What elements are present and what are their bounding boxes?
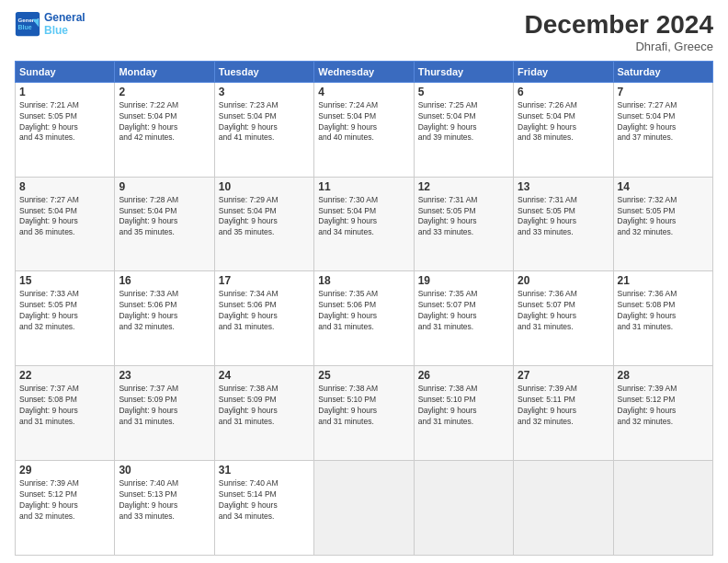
- day-number: 31: [219, 464, 310, 477]
- day-number: 2: [119, 86, 210, 98]
- logo: General Blue General Blue: [15, 11, 85, 37]
- table-cell: 3 Sunrise: 7:23 AM Sunset: 5:04 PM Dayli…: [214, 82, 313, 177]
- day-info: Sunrise: 7:26 AM Sunset: 5:04 PM Dayligh…: [518, 100, 609, 144]
- day-number: 9: [119, 180, 210, 193]
- table-cell: 30 Sunrise: 7:40 AM Sunset: 5:13 PM Dayl…: [115, 461, 214, 556]
- table-cell: 9 Sunrise: 7:28 AM Sunset: 5:04 PM Dayli…: [115, 177, 214, 271]
- day-info: Sunrise: 7:38 AM Sunset: 5:10 PM Dayligh…: [418, 384, 509, 428]
- day-info: Sunrise: 7:30 AM Sunset: 5:04 PM Dayligh…: [318, 195, 409, 239]
- table-cell: [414, 461, 513, 556]
- table-cell: 26 Sunrise: 7:38 AM Sunset: 5:10 PM Dayl…: [414, 366, 513, 461]
- logo-text: General Blue: [44, 11, 85, 37]
- table-cell: 5 Sunrise: 7:25 AM Sunset: 5:04 PM Dayli…: [414, 82, 513, 177]
- day-info: Sunrise: 7:31 AM Sunset: 5:05 PM Dayligh…: [518, 195, 609, 239]
- calendar-table: Sunday Monday Tuesday Wednesday Thursday…: [15, 61, 713, 556]
- day-info: Sunrise: 7:32 AM Sunset: 5:05 PM Dayligh…: [618, 195, 709, 239]
- title-area: December 2024 Dhrafi, Greece: [525, 11, 713, 53]
- table-cell: [514, 461, 613, 556]
- table-cell: 12 Sunrise: 7:31 AM Sunset: 5:05 PM Dayl…: [414, 177, 513, 271]
- table-cell: 20 Sunrise: 7:36 AM Sunset: 5:07 PM Dayl…: [514, 271, 613, 366]
- week-row-2: 8 Sunrise: 7:27 AM Sunset: 5:04 PM Dayli…: [16, 177, 713, 271]
- day-info: Sunrise: 7:40 AM Sunset: 5:14 PM Dayligh…: [219, 478, 310, 523]
- table-cell: 27 Sunrise: 7:39 AM Sunset: 5:11 PM Dayl…: [514, 366, 613, 461]
- svg-text:Blue: Blue: [18, 24, 32, 30]
- col-sunday: Sunday: [16, 61, 115, 82]
- day-number: 10: [219, 180, 310, 193]
- day-number: 19: [418, 274, 509, 287]
- day-info: Sunrise: 7:27 AM Sunset: 5:04 PM Dayligh…: [19, 195, 110, 239]
- day-number: 21: [618, 274, 709, 287]
- day-number: 24: [219, 369, 310, 382]
- table-cell: 7 Sunrise: 7:27 AM Sunset: 5:04 PM Dayli…: [613, 82, 712, 177]
- day-number: 7: [618, 86, 709, 98]
- table-cell: 19 Sunrise: 7:35 AM Sunset: 5:07 PM Dayl…: [414, 271, 513, 366]
- day-info: Sunrise: 7:39 AM Sunset: 5:11 PM Dayligh…: [518, 384, 609, 428]
- day-info: Sunrise: 7:25 AM Sunset: 5:04 PM Dayligh…: [418, 100, 509, 144]
- week-row-1: 1 Sunrise: 7:21 AM Sunset: 5:05 PM Dayli…: [16, 82, 713, 177]
- day-number: 18: [318, 274, 409, 287]
- table-cell: 24 Sunrise: 7:38 AM Sunset: 5:09 PM Dayl…: [214, 366, 313, 461]
- day-number: 11: [318, 180, 409, 193]
- day-info: Sunrise: 7:35 AM Sunset: 5:06 PM Dayligh…: [318, 289, 409, 333]
- day-number: 29: [19, 464, 110, 477]
- table-cell: 23 Sunrise: 7:37 AM Sunset: 5:09 PM Dayl…: [115, 366, 214, 461]
- table-cell: 4 Sunrise: 7:24 AM Sunset: 5:04 PM Dayli…: [314, 82, 414, 177]
- table-cell: 17 Sunrise: 7:34 AM Sunset: 5:06 PM Dayl…: [214, 271, 313, 366]
- col-wednesday: Wednesday: [314, 61, 414, 82]
- table-cell: 6 Sunrise: 7:26 AM Sunset: 5:04 PM Dayli…: [514, 82, 613, 177]
- week-row-3: 15 Sunrise: 7:33 AM Sunset: 5:05 PM Dayl…: [16, 271, 713, 366]
- table-cell: 13 Sunrise: 7:31 AM Sunset: 5:05 PM Dayl…: [514, 177, 613, 271]
- day-number: 3: [219, 86, 310, 98]
- table-cell: 1 Sunrise: 7:21 AM Sunset: 5:05 PM Dayli…: [16, 82, 115, 177]
- table-cell: 28 Sunrise: 7:39 AM Sunset: 5:12 PM Dayl…: [613, 366, 712, 461]
- day-number: 5: [418, 86, 509, 98]
- table-cell: 2 Sunrise: 7:22 AM Sunset: 5:04 PM Dayli…: [115, 82, 214, 177]
- table-cell: 10 Sunrise: 7:29 AM Sunset: 5:04 PM Dayl…: [214, 177, 313, 271]
- table-cell: 31 Sunrise: 7:40 AM Sunset: 5:14 PM Dayl…: [214, 461, 313, 556]
- day-number: 27: [518, 369, 609, 382]
- location: Dhrafi, Greece: [525, 40, 713, 53]
- week-row-4: 22 Sunrise: 7:37 AM Sunset: 5:08 PM Dayl…: [16, 366, 713, 461]
- day-info: Sunrise: 7:37 AM Sunset: 5:09 PM Dayligh…: [119, 384, 210, 428]
- col-friday: Friday: [514, 61, 613, 82]
- day-info: Sunrise: 7:24 AM Sunset: 5:04 PM Dayligh…: [318, 100, 409, 144]
- logo-icon: General Blue: [15, 11, 40, 37]
- col-monday: Monday: [115, 61, 214, 82]
- col-saturday: Saturday: [613, 61, 712, 82]
- day-info: Sunrise: 7:40 AM Sunset: 5:13 PM Dayligh…: [119, 478, 210, 523]
- page: General Blue General Blue December 2024 …: [0, 0, 728, 563]
- table-cell: 18 Sunrise: 7:35 AM Sunset: 5:06 PM Dayl…: [314, 271, 414, 366]
- day-number: 22: [19, 369, 110, 382]
- day-number: 28: [618, 369, 709, 382]
- day-info: Sunrise: 7:39 AM Sunset: 5:12 PM Dayligh…: [618, 384, 709, 428]
- day-number: 14: [618, 180, 709, 193]
- day-info: Sunrise: 7:33 AM Sunset: 5:06 PM Dayligh…: [119, 289, 210, 333]
- day-number: 23: [119, 369, 210, 382]
- day-info: Sunrise: 7:23 AM Sunset: 5:04 PM Dayligh…: [219, 100, 310, 144]
- table-cell: [314, 461, 414, 556]
- day-number: 13: [518, 180, 609, 193]
- day-number: 4: [318, 86, 409, 98]
- day-info: Sunrise: 7:39 AM Sunset: 5:12 PM Dayligh…: [19, 478, 110, 523]
- day-number: 8: [19, 180, 110, 193]
- day-info: Sunrise: 7:28 AM Sunset: 5:04 PM Dayligh…: [119, 195, 210, 239]
- table-cell: 21 Sunrise: 7:36 AM Sunset: 5:08 PM Dayl…: [613, 271, 712, 366]
- day-info: Sunrise: 7:27 AM Sunset: 5:04 PM Dayligh…: [618, 100, 709, 144]
- table-cell: 11 Sunrise: 7:30 AM Sunset: 5:04 PM Dayl…: [314, 177, 414, 271]
- day-info: Sunrise: 7:36 AM Sunset: 5:08 PM Dayligh…: [618, 289, 709, 333]
- day-info: Sunrise: 7:29 AM Sunset: 5:04 PM Dayligh…: [219, 195, 310, 239]
- week-row-5: 29 Sunrise: 7:39 AM Sunset: 5:12 PM Dayl…: [16, 461, 713, 556]
- day-number: 26: [418, 369, 509, 382]
- day-info: Sunrise: 7:37 AM Sunset: 5:08 PM Dayligh…: [19, 384, 110, 428]
- calendar-header-row: Sunday Monday Tuesday Wednesday Thursday…: [16, 61, 713, 82]
- day-number: 25: [318, 369, 409, 382]
- month-title: December 2024: [525, 11, 713, 40]
- header: General Blue General Blue December 2024 …: [15, 11, 713, 53]
- day-number: 17: [219, 274, 310, 287]
- day-number: 15: [19, 274, 110, 287]
- col-thursday: Thursday: [414, 61, 513, 82]
- table-cell: 22 Sunrise: 7:37 AM Sunset: 5:08 PM Dayl…: [16, 366, 115, 461]
- table-cell: 8 Sunrise: 7:27 AM Sunset: 5:04 PM Dayli…: [16, 177, 115, 271]
- day-info: Sunrise: 7:31 AM Sunset: 5:05 PM Dayligh…: [418, 195, 509, 239]
- day-info: Sunrise: 7:35 AM Sunset: 5:07 PM Dayligh…: [418, 289, 509, 333]
